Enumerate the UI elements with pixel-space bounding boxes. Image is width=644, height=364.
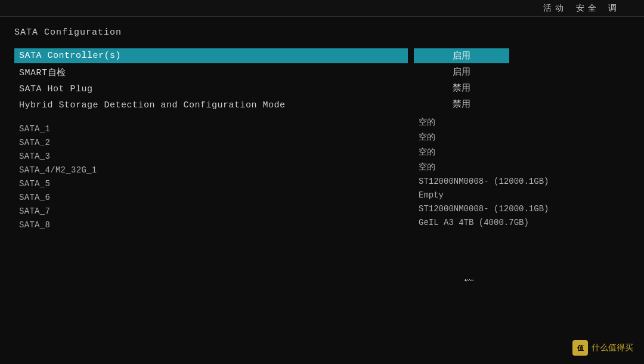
bios-container: SATA Configuration SATA Controller(s) SM… <box>0 17 644 364</box>
sata-device-4: 空的 <box>414 160 630 174</box>
sata-device-8: GeIL A3 4TB (4000.7GB) <box>414 216 630 229</box>
value-enable-selected[interactable]: 启用 <box>414 48 509 63</box>
sata-port-3[interactable]: SATA_3 <box>14 150 408 163</box>
sata-port-5[interactable]: SATA_5 <box>14 177 408 190</box>
sata-device-5: ST12000NM0008- (12000.1GB) <box>414 175 630 188</box>
watermark-icon: 值 <box>572 340 588 356</box>
left-column: SATA Controller(s) SMART自检 SATA Hot Plug… <box>14 48 408 232</box>
sata-port-6[interactable]: SATA_6 <box>14 191 408 204</box>
sata-device-1: 空的 <box>414 115 630 129</box>
setting-hot-plug[interactable]: SATA Hot Plug <box>14 82 408 97</box>
sata-device-2: 空的 <box>414 130 630 144</box>
sata-device-7: ST12000NM0008- (12000.1GB) <box>414 202 630 215</box>
sata-device-6: Empty <box>414 189 630 202</box>
sata-port-1[interactable]: SATA_1 <box>14 122 408 135</box>
setting-hybrid-storage[interactable]: Hybrid Storage Detection and Configurati… <box>14 98 408 113</box>
top-bar: 活动 安全 调 <box>0 0 644 17</box>
value-enable-2[interactable]: 启用 <box>414 64 509 79</box>
sata-port-4[interactable]: SATA_4/M2_32G_1 <box>14 164 408 177</box>
controller-value-box: 启用 启用 禁用 禁用 <box>414 48 509 113</box>
top-bar-text: 活动 安全 调 <box>543 3 620 14</box>
section-title: SATA Configuration <box>14 27 630 38</box>
watermark: 值 什么值得买 <box>572 340 633 356</box>
value-disable-2[interactable]: 禁用 <box>414 97 509 112</box>
right-column: 启用 启用 禁用 禁用 空的 空的 空的 空的 ST12000NM0008- (… <box>408 48 630 232</box>
sata-device-3: 空的 <box>414 145 630 159</box>
sata-port-7[interactable]: SATA_7 <box>14 205 408 218</box>
sata-port-2[interactable]: SATA_2 <box>14 136 408 149</box>
setting-smart[interactable]: SMART自检 <box>14 64 408 81</box>
value-disable-1[interactable]: 禁用 <box>414 81 509 95</box>
watermark-text: 什么值得买 <box>592 343 633 353</box>
sata-port-8[interactable]: SATA_8 <box>14 218 408 232</box>
content-area: SATA Controller(s) SMART自检 SATA Hot Plug… <box>14 48 630 232</box>
sata-device-values: 空的 空的 空的 空的 ST12000NM0008- (12000.1GB) E… <box>414 115 630 229</box>
setting-sata-controller[interactable]: SATA Controller(s) <box>14 48 408 63</box>
cursor-icon: ⬳ <box>464 276 471 286</box>
